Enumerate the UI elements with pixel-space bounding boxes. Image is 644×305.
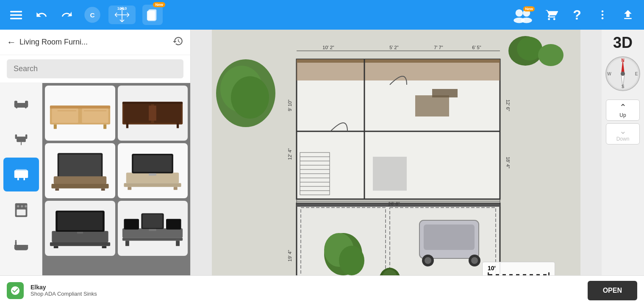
- svg-point-21: [521, 18, 532, 23]
- svg-rect-84: [122, 238, 183, 241]
- svg-point-129: [339, 246, 364, 275]
- category-appliance[interactable]: [3, 193, 39, 227]
- svg-rect-28: [16, 106, 17, 108]
- svg-rect-51: [54, 125, 57, 129]
- floorplan-area[interactable]: 10' 2" 5' 2" 7' 7" 6' 5" 9' 10" 12' 4" 1…: [191, 30, 602, 305]
- more-button[interactable]: [593, 6, 612, 24]
- svg-rect-45: [15, 241, 17, 246]
- down-button[interactable]: ⌄ Down: [606, 123, 640, 144]
- svg-rect-0: [10, 11, 22, 13]
- svg-rect-63: [59, 155, 101, 177]
- item-card-5[interactable]: [45, 201, 115, 256]
- item-card-6[interactable]: [118, 201, 188, 256]
- svg-text:12' 6": 12' 6": [505, 100, 511, 111]
- panel-content: [0, 83, 190, 305]
- svg-text:W: W: [607, 72, 611, 76]
- help-button[interactable]: ?: [568, 6, 586, 24]
- ad-banner: Elkay Shop ADA Compliant Sinks OPEN: [0, 275, 644, 305]
- svg-rect-91: [166, 219, 181, 230]
- item-card-1[interactable]: [45, 86, 115, 141]
- svg-rect-90: [124, 219, 139, 230]
- svg-rect-65: [54, 176, 106, 184]
- svg-rect-37: [23, 178, 25, 180]
- svg-text:N: N: [621, 58, 624, 63]
- svg-rect-75: [149, 173, 156, 175]
- svg-rect-67: [55, 189, 59, 191]
- search-input[interactable]: [7, 59, 183, 78]
- svg-rect-57: [124, 104, 151, 123]
- svg-rect-82: [77, 232, 83, 233]
- svg-rect-61: [149, 105, 156, 121]
- undo-button[interactable]: [32, 6, 51, 24]
- ad-logo: [7, 282, 24, 299]
- svg-rect-48: [50, 105, 110, 108]
- snap-size-label: 10/10: [117, 6, 127, 11]
- back-button[interactable]: ←: [7, 37, 16, 48]
- community-button[interactable]: New: [510, 6, 536, 24]
- svg-point-24: [602, 17, 604, 19]
- svg-rect-81: [57, 212, 103, 230]
- svg-rect-39: [17, 209, 26, 215]
- view-3d-button[interactable]: 3D: [613, 34, 633, 52]
- svg-text:C: C: [90, 11, 94, 19]
- size-button[interactable]: 10/10: [108, 6, 136, 24]
- main-area: ← Living Room Furni...: [0, 30, 644, 305]
- svg-rect-27: [25, 101, 28, 106]
- menu-button[interactable]: [7, 6, 25, 24]
- down-label: Down: [616, 136, 630, 142]
- left-panel: ← Living Room Furni...: [0, 30, 191, 305]
- category-bath[interactable]: [3, 229, 39, 263]
- svg-rect-88: [143, 214, 162, 228]
- scale-label: 10': [488, 265, 496, 272]
- svg-rect-26: [14, 101, 17, 106]
- svg-rect-1: [10, 14, 22, 16]
- svg-text:10' 2": 10' 2": [322, 45, 334, 50]
- svg-point-126: [471, 257, 478, 264]
- category-sofa[interactable]: [3, 86, 39, 120]
- toolbar: C 10/10 New: [0, 0, 644, 30]
- svg-point-95: [231, 76, 269, 119]
- svg-rect-32: [15, 134, 17, 139]
- svg-rect-78: [54, 246, 58, 248]
- svg-rect-66: [51, 184, 108, 189]
- cart-button[interactable]: [542, 6, 561, 24]
- svg-rect-56: [122, 102, 183, 104]
- svg-text:5' 2": 5' 2": [389, 45, 398, 50]
- category-tv-stand[interactable]: [3, 158, 39, 191]
- redo-button[interactable]: [58, 6, 76, 24]
- svg-point-163: [621, 72, 625, 76]
- compass: E W N S: [605, 56, 641, 92]
- svg-rect-74: [133, 155, 172, 172]
- ad-description: Shop ADA Compliant Sinks: [31, 291, 581, 297]
- svg-rect-68: [101, 189, 105, 191]
- snap-button[interactable]: C: [83, 6, 102, 24]
- category-dining[interactable]: [3, 122, 39, 156]
- svg-point-98: [538, 44, 564, 66]
- history-button[interactable]: [172, 36, 183, 49]
- svg-text:9' 10": 9' 10": [287, 100, 292, 111]
- item-card-3[interactable]: [45, 143, 115, 198]
- open-button[interactable]: OPEN: [588, 281, 637, 300]
- svg-text:19' 4": 19' 4": [287, 250, 292, 262]
- svg-rect-116: [373, 157, 407, 191]
- svg-text:18' 4": 18' 4": [505, 157, 511, 169]
- right-controls: 3D E W N S ⌃ Up ⌄: [602, 30, 644, 305]
- ad-text: Elkay Shop ADA Compliant Sinks: [31, 284, 581, 297]
- new-snap-button[interactable]: New: [142, 5, 163, 25]
- item-card-2[interactable]: [118, 86, 188, 141]
- svg-rect-86: [176, 241, 180, 246]
- svg-text:E: E: [635, 72, 638, 76]
- svg-rect-71: [128, 187, 132, 190]
- item-card-4[interactable]: [118, 143, 188, 198]
- svg-text:6' 5": 6' 5": [472, 45, 481, 50]
- new-badge: New: [153, 2, 165, 7]
- upload-button[interactable]: [619, 6, 637, 24]
- up-button[interactable]: ⌃ Up: [606, 100, 640, 121]
- svg-point-40: [17, 205, 19, 207]
- svg-rect-101: [297, 59, 500, 63]
- svg-rect-35: [16, 169, 26, 176]
- svg-point-23: [602, 14, 604, 16]
- community-badge: New: [523, 6, 535, 11]
- panel-title: Living Room Furni...: [19, 38, 169, 47]
- svg-rect-33: [25, 134, 27, 139]
